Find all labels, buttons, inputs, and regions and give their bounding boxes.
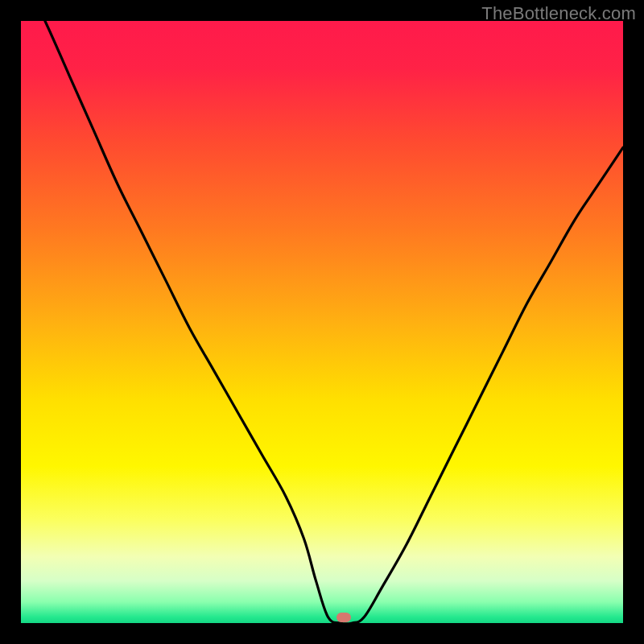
chart-frame: TheBottleneck.com (0, 0, 644, 644)
watermark-text: TheBottleneck.com (481, 3, 636, 24)
plot-area (21, 21, 623, 623)
bottleneck-curve (21, 21, 623, 623)
optimal-marker (336, 613, 351, 622)
